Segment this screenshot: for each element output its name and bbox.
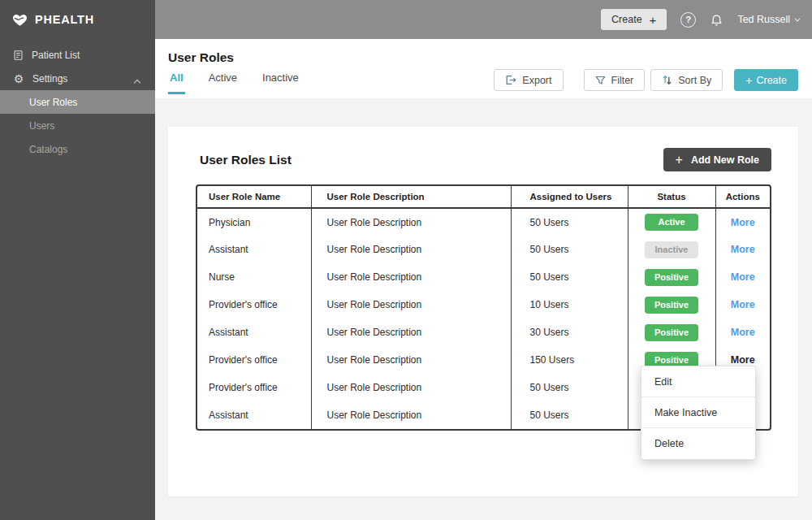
topbar: Create + ? Ted Russell bbox=[155, 0, 812, 39]
tab-inactive[interactable]: Inactive bbox=[261, 68, 300, 94]
gear-icon: ⚙ bbox=[13, 73, 24, 84]
topbar-create-button[interactable]: Create + bbox=[601, 9, 667, 30]
role-name-cell: Assistant bbox=[197, 401, 311, 429]
status-badge: Positive bbox=[645, 324, 698, 341]
table-row: PhysicianUser Role Description50 UsersAc… bbox=[197, 208, 770, 236]
sidebar-item-catalogs[interactable]: Catalogs bbox=[0, 137, 155, 161]
assigned-users-cell: 10 Users bbox=[511, 291, 628, 318]
column-header-status: Status bbox=[628, 186, 715, 208]
status-badge: Active bbox=[645, 214, 698, 231]
role-name-cell: Physician bbox=[197, 208, 311, 236]
header-row: AllActiveInactive Export Filter bbox=[168, 68, 798, 94]
plus-icon: + bbox=[650, 13, 657, 27]
column-header-assigned-to-users: Assigned to Users bbox=[511, 186, 628, 208]
role-description-cell: User Role Description bbox=[311, 318, 511, 346]
role-name-cell: Nurse bbox=[197, 263, 311, 291]
role-description-cell: User Role Description bbox=[311, 291, 511, 318]
role-name-cell: Provider's office bbox=[197, 291, 311, 318]
column-header-user-role-description: User Role Description bbox=[311, 186, 511, 208]
status-badge: Inactive bbox=[645, 241, 698, 258]
main-area: Create + ? Ted Russell User Roles AllAct… bbox=[155, 0, 812, 520]
table-row: AssistantUser Role Description30 UsersPo… bbox=[197, 318, 770, 346]
user-menu[interactable]: Ted Russell bbox=[737, 14, 801, 25]
assigned-users-cell: 150 Users bbox=[511, 346, 628, 374]
app-window: PHEALTH Patient List ⚙ Settings User Rol… bbox=[0, 0, 812, 520]
table-row: Provider's officeUser Role Description10… bbox=[197, 291, 770, 318]
sidebar-item-users[interactable]: Users bbox=[0, 114, 155, 137]
sort-by-button[interactable]: Sort By bbox=[650, 69, 723, 91]
table-row: NurseUser Role Description50 UsersPositi… bbox=[197, 263, 770, 291]
actions-cell: More bbox=[715, 318, 770, 346]
sidebar: PHEALTH Patient List ⚙ Settings User Rol… bbox=[0, 0, 155, 520]
filter-button[interactable]: Filter bbox=[584, 69, 646, 91]
chevron-up-icon bbox=[135, 76, 140, 88]
role-name-cell: Assistant bbox=[197, 236, 311, 263]
sidebar-item-label: Settings bbox=[32, 73, 67, 84]
status-cell: Positive bbox=[628, 318, 715, 346]
toolbar: Export Filter Sort By bbox=[494, 68, 798, 94]
tab-all[interactable]: All bbox=[168, 68, 185, 94]
status-cell: Positive bbox=[628, 263, 715, 291]
user-roles-card: User Roles List + Add New Role User Role… bbox=[168, 127, 798, 496]
actions-cell: More bbox=[715, 291, 770, 318]
page-title: User Roles bbox=[168, 39, 798, 65]
tab-bar: AllActiveInactive bbox=[168, 68, 300, 94]
assigned-users-cell: 50 Users bbox=[511, 401, 628, 429]
menu-item-delete[interactable]: Delete bbox=[641, 428, 755, 459]
add-new-role-button[interactable]: + Add New Role bbox=[663, 148, 771, 171]
sidebar-item-patient-list[interactable]: Patient List bbox=[0, 43, 155, 67]
user-name: Ted Russell bbox=[737, 14, 790, 25]
actions-cell: More bbox=[715, 236, 770, 263]
filter-label: Filter bbox=[611, 75, 634, 86]
patient-list-icon bbox=[13, 50, 24, 61]
role-description-cell: User Role Description bbox=[311, 236, 511, 263]
bell-icon[interactable] bbox=[710, 12, 723, 27]
brand-name: PHEALTH bbox=[35, 13, 94, 26]
create-label: Create bbox=[756, 75, 787, 86]
role-name-cell: Provider's office bbox=[197, 346, 311, 374]
assigned-users-cell: 50 Users bbox=[511, 374, 628, 401]
status-badge: Positive bbox=[645, 297, 698, 314]
role-description-cell: User Role Description bbox=[311, 208, 511, 236]
content-area: User Roles List + Add New Role User Role… bbox=[155, 98, 812, 520]
brand-logo: PHEALTH bbox=[0, 0, 155, 39]
more-button[interactable]: More bbox=[731, 299, 755, 310]
sidebar-item-settings[interactable]: ⚙ Settings bbox=[0, 67, 155, 90]
status-badge: Positive bbox=[645, 269, 698, 286]
create-button[interactable]: + Create bbox=[734, 69, 798, 91]
role-description-cell: User Role Description bbox=[311, 401, 511, 429]
role-description-cell: User Role Description bbox=[311, 346, 511, 374]
role-description-cell: User Role Description bbox=[311, 374, 511, 401]
topbar-create-label: Create bbox=[611, 14, 642, 25]
more-button[interactable]: More bbox=[731, 327, 755, 338]
actions-cell: More bbox=[715, 263, 770, 291]
menu-item-make-inactive[interactable]: Make Inactive bbox=[641, 397, 755, 428]
more-button[interactable]: More bbox=[731, 354, 755, 366]
row-context-menu: EditMake InactiveDelete bbox=[641, 366, 756, 460]
card-title: User Roles List bbox=[200, 153, 292, 167]
menu-item-edit[interactable]: Edit bbox=[641, 366, 755, 397]
export-button[interactable]: Export bbox=[494, 69, 563, 91]
assigned-users-cell: 30 Users bbox=[511, 318, 628, 346]
assigned-users-cell: 50 Users bbox=[511, 263, 628, 291]
tab-active[interactable]: Active bbox=[207, 68, 239, 94]
card-header: User Roles List + Add New Role bbox=[168, 127, 798, 171]
assigned-users-cell: 50 Users bbox=[511, 208, 628, 236]
sort-by-label: Sort By bbox=[678, 75, 711, 86]
chevron-down-icon bbox=[795, 15, 801, 21]
page-header: User Roles AllActiveInactive Export F bbox=[155, 39, 812, 98]
sidebar-item-user-roles[interactable]: User Roles bbox=[0, 90, 155, 114]
column-header-actions: Actions bbox=[715, 186, 770, 208]
help-icon[interactable]: ? bbox=[680, 12, 696, 28]
more-button[interactable]: More bbox=[731, 217, 755, 228]
more-button[interactable]: More bbox=[731, 244, 755, 255]
status-cell: Active bbox=[628, 208, 715, 236]
help-glyph: ? bbox=[685, 15, 691, 24]
add-new-role-label: Add New Role bbox=[691, 154, 759, 166]
more-button[interactable]: More bbox=[731, 271, 755, 283]
table-header-row: User Role NameUser Role DescriptionAssig… bbox=[197, 186, 770, 208]
assigned-users-cell: 50 Users bbox=[511, 236, 628, 263]
role-name-cell: Provider's office bbox=[197, 374, 311, 401]
status-cell: Inactive bbox=[628, 236, 715, 263]
status-cell: Positive bbox=[628, 291, 715, 318]
